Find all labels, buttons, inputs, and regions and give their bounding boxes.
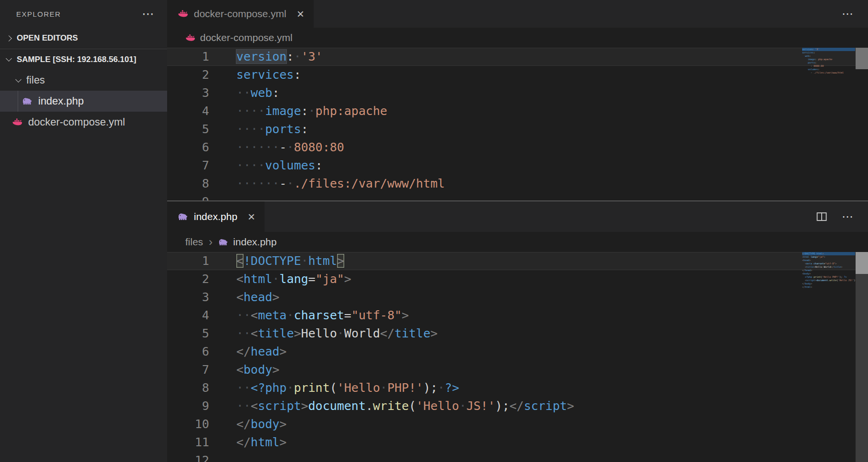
line-number: 1 (167, 48, 209, 66)
minimap[interactable]: version: '3'services: web: image: php:ap… (802, 48, 855, 78)
tab-docker-compose[interactable]: docker-compose.yml × (167, 0, 314, 28)
editor-group-bottom: index.php × ⋯ files › (167, 201, 868, 462)
tab-label: index.php (194, 211, 237, 222)
line-content: ····ports: (209, 120, 308, 138)
line-number: 6 (167, 343, 209, 361)
line-number: 11 (167, 433, 209, 452)
code-line[interactable]: 7<body> (167, 361, 868, 379)
scrollbar-thumb[interactable] (856, 48, 868, 69)
chevron-down-icon (6, 55, 12, 62)
line-number: 6 (167, 138, 209, 157)
line-content: ··web: (209, 84, 279, 102)
code-line[interactable]: 6······-·8080:80 (167, 138, 868, 157)
code-line[interactable]: 2services: (167, 66, 868, 84)
docker-icon (178, 9, 188, 19)
code-line[interactable]: 3··web: (167, 84, 868, 102)
open-editors-label: OPEN EDITORS (17, 33, 78, 43)
code-editor-php[interactable]: 1<!DOCTYPE·html>2<html·lang="ja">3<head>… (167, 252, 868, 462)
minimap[interactable]: <!DOCTYPE html><html lang="ja"><head> <m… (802, 252, 855, 292)
line-content: version:·'3' (209, 48, 323, 66)
sidebar-more-actions-icon[interactable]: ⋯ (142, 11, 155, 16)
line-number: 2 (167, 66, 209, 84)
split-editor-icon[interactable] (816, 211, 827, 222)
breadcrumb-item-files[interactable]: files (185, 236, 203, 248)
code-line[interactable]: 4····image:·php:apache (167, 102, 868, 120)
close-tab-icon[interactable]: × (248, 210, 255, 223)
chevron-down-icon (15, 76, 21, 83)
line-number: 2 (167, 270, 209, 288)
line-content: ····image:·php:apache (209, 102, 387, 120)
line-number: 10 (167, 415, 209, 433)
docker-icon (12, 117, 22, 127)
line-number: 5 (167, 325, 209, 343)
open-editors-section[interactable]: OPEN EDITORS (0, 28, 167, 49)
tree-item-files-folder[interactable]: files (0, 70, 167, 91)
workspace-section[interactable]: SAMPLE [SSH: 192.168.56.101] (0, 49, 167, 70)
line-number: 8 (167, 379, 209, 397)
editor-group-top: docker-compose.yml × ⋯ docker-compose.ym… (167, 0, 868, 201)
line-content: services: (209, 66, 301, 84)
code-line[interactable]: 5····ports: (167, 120, 868, 138)
scrollbar-thumb[interactable] (856, 252, 868, 274)
file-label: docker-compose.yml (28, 116, 125, 128)
line-number: 9 (167, 193, 209, 200)
code-line[interactable]: 8······-·./files:/var/www/html (167, 175, 868, 193)
code-line[interactable]: 1<!DOCTYPE·html> (167, 252, 868, 270)
breadcrumb-separator: › (209, 235, 212, 249)
tree-item-index-php[interactable]: index.php (0, 91, 167, 112)
tab-index-php[interactable]: index.php × (167, 201, 265, 232)
file-label: index.php (38, 95, 84, 107)
code-line[interactable]: 9 (167, 193, 868, 200)
tree-item-docker-compose[interactable]: docker-compose.yml (0, 112, 167, 133)
breadcrumb-top: docker-compose.yml (167, 28, 868, 48)
line-number: 7 (167, 157, 209, 175)
line-number: 4 (167, 306, 209, 325)
line-content (209, 452, 236, 462)
editor-area: docker-compose.yml × ⋯ docker-compose.ym… (167, 0, 868, 462)
line-content: ····volumes: (209, 157, 323, 175)
code-line[interactable]: 3<head> (167, 288, 868, 306)
docker-icon (185, 33, 195, 43)
line-content: <body> (209, 361, 279, 379)
line-number: 5 (167, 120, 209, 138)
line-content: </body> (209, 415, 286, 433)
line-content: </head> (209, 343, 286, 361)
line-number: 9 (167, 397, 209, 415)
code-line[interactable]: 6</head> (167, 343, 868, 361)
more-actions-icon[interactable]: ⋯ (842, 214, 854, 219)
code-line[interactable]: 11</html> (167, 433, 868, 452)
code-line[interactable]: 7····volumes: (167, 157, 868, 175)
line-content: ··<?php·print('Hello·PHP!');·?> (209, 379, 459, 397)
line-number: 7 (167, 361, 209, 379)
code-line[interactable]: 5··<title>Hello·World</title> (167, 325, 868, 343)
scrollbar-track[interactable] (856, 252, 868, 462)
code-line[interactable]: 9··<script>document.write('Hello·JS!');<… (167, 397, 868, 415)
line-content: ······-·8080:80 (209, 138, 344, 157)
code-editor-yaml[interactable]: 1version:·'3'2services:3··web:4····image… (167, 48, 868, 200)
code-line[interactable]: 4··<meta·charset="utf-8"> (167, 306, 868, 325)
line-content: <html·lang="ja"> (209, 270, 351, 288)
breadcrumb-bottom: files › index.php (167, 232, 868, 252)
tab-bar-bottom: index.php × ⋯ (167, 201, 868, 232)
code-line[interactable]: 10</body> (167, 415, 868, 433)
line-number: 3 (167, 288, 209, 306)
line-number: 8 (167, 175, 209, 193)
editor-actions-top: ⋯ (842, 11, 868, 16)
code-line[interactable]: 12 (167, 452, 868, 462)
php-icon (218, 237, 228, 247)
workspace-label: SAMPLE [SSH: 192.168.56.101] (17, 55, 136, 64)
breadcrumb-item[interactable]: docker-compose.yml (200, 32, 293, 43)
code-line[interactable]: 8··<?php·print('Hello·PHP!');·?> (167, 379, 868, 397)
breadcrumb-item-file[interactable]: index.php (233, 236, 276, 248)
more-actions-icon[interactable]: ⋯ (842, 11, 854, 16)
php-icon (178, 211, 188, 222)
code-line[interactable]: 1version:·'3' (167, 48, 868, 66)
close-tab-icon[interactable]: × (297, 8, 304, 20)
vscode-window: EXPLORER ⋯ OPEN EDITORS SAMPLE [SSH: 192… (0, 0, 868, 462)
line-content: ······-·./files:/var/www/html (209, 175, 445, 193)
code-line[interactable]: 2<html·lang="ja"> (167, 270, 868, 288)
line-content: </html> (209, 433, 286, 452)
line-content: ··<script>document.write('Hello·JS!');</… (209, 397, 574, 415)
file-tree: files index.php docker-compose.yml (0, 70, 167, 133)
explorer-header: EXPLORER ⋯ (0, 0, 167, 28)
